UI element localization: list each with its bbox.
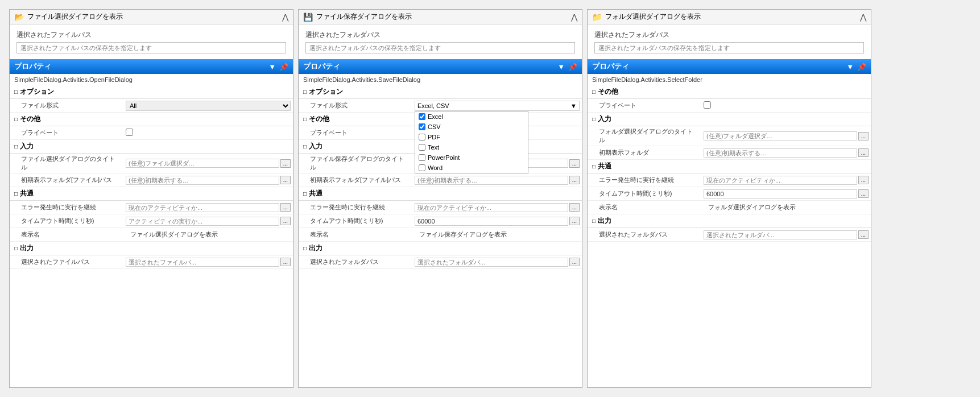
prop-label: フォルダ選択ダイアログのタイトル bbox=[588, 126, 701, 146]
prop-row: フォルダ選択ダイアログのタイトル... bbox=[588, 126, 871, 146]
path-input[interactable] bbox=[594, 42, 864, 53]
section-label: その他 bbox=[598, 87, 618, 97]
panel-header: 📁 フォルダ選択ダイアログを表示 ⋀ bbox=[588, 10, 871, 24]
ellipsis-button[interactable]: ... bbox=[858, 132, 869, 140]
section-expand-icon[interactable]: □ bbox=[592, 218, 596, 224]
ellipsis-button[interactable]: ... bbox=[858, 230, 869, 239]
format-checkbox[interactable] bbox=[419, 123, 425, 130]
ellipsis-button[interactable]: ... bbox=[569, 176, 580, 184]
pin-icon[interactable]: 📌 bbox=[279, 63, 288, 71]
pin-icon[interactable]: 📌 bbox=[568, 63, 577, 71]
ellipsis-button[interactable]: ... bbox=[280, 176, 291, 184]
path-input[interactable] bbox=[305, 42, 575, 53]
prop-text-input[interactable] bbox=[415, 176, 568, 185]
prop-text-input[interactable] bbox=[704, 148, 857, 158]
prop-text-input[interactable] bbox=[415, 258, 568, 267]
activity-panel: 📁 フォルダ選択ダイアログを表示 ⋀ 選択されたフォルダパス プロパティ ▼ 📌… bbox=[587, 9, 871, 388]
prop-text-input[interactable] bbox=[415, 203, 568, 212]
format-checkbox[interactable] bbox=[419, 144, 425, 151]
format-checkbox[interactable] bbox=[419, 134, 425, 140]
prop-value-cell: ファイル保存ダイアログを表示 bbox=[412, 228, 582, 241]
input-with-btn: ... bbox=[126, 217, 291, 226]
prop-row: エラー発生時に実行を継続... bbox=[10, 201, 293, 214]
section-expand-icon[interactable]: □ bbox=[303, 245, 307, 251]
dropdown-item[interactable]: Word bbox=[415, 163, 528, 173]
section-expand-icon[interactable]: □ bbox=[303, 116, 307, 122]
file-format-select[interactable]: AllExcelCSVPDFTextPowerPointWord bbox=[126, 101, 291, 111]
dropdown-item[interactable]: CSV bbox=[415, 122, 528, 132]
ellipsis-button[interactable]: ... bbox=[569, 217, 580, 225]
prop-number-input[interactable] bbox=[704, 189, 857, 198]
prop-text-input[interactable] bbox=[704, 131, 857, 140]
section-expand-icon[interactable]: □ bbox=[303, 191, 307, 197]
prop-text-input[interactable] bbox=[126, 217, 279, 226]
dropdown-icon[interactable]: ▼ bbox=[846, 63, 854, 71]
input-with-btn: ... bbox=[704, 230, 869, 239]
section-header-3: □ 出力 bbox=[588, 214, 871, 228]
section-header-0: □ オプション bbox=[299, 85, 582, 99]
ellipsis-button[interactable]: ... bbox=[280, 159, 291, 168]
section-expand-icon[interactable]: □ bbox=[14, 143, 18, 150]
private-checkbox[interactable] bbox=[704, 101, 711, 109]
prop-number-input[interactable] bbox=[415, 217, 568, 226]
dropdown-item[interactable]: Excel bbox=[415, 111, 528, 122]
section-expand-icon[interactable]: □ bbox=[303, 143, 307, 150]
ellipsis-button[interactable]: ... bbox=[858, 176, 869, 184]
ellipsis-button[interactable]: ... bbox=[280, 217, 291, 225]
dropdown-icon[interactable]: ▼ bbox=[557, 63, 565, 71]
collapse-icon[interactable]: ⋀ bbox=[282, 13, 288, 22]
prop-label: 初期表示フォルダ[ファイル]パス bbox=[299, 175, 412, 185]
section-expand-icon[interactable]: □ bbox=[592, 116, 596, 122]
ellipsis-button[interactable]: ... bbox=[569, 203, 580, 212]
section-expand-icon[interactable]: □ bbox=[303, 89, 307, 95]
section-expand-icon[interactable]: □ bbox=[14, 245, 18, 251]
section-expand-icon[interactable]: □ bbox=[14, 191, 18, 197]
section-expand-icon[interactable]: □ bbox=[14, 116, 18, 122]
ellipsis-button[interactable]: ... bbox=[280, 258, 291, 266]
ellipsis-button[interactable]: ... bbox=[569, 258, 580, 266]
ellipsis-button[interactable]: ... bbox=[280, 203, 291, 212]
ellipsis-button[interactable]: ... bbox=[858, 148, 869, 157]
format-label: Text bbox=[428, 144, 439, 151]
prop-row: プライベート bbox=[588, 99, 871, 113]
prop-text-input[interactable] bbox=[126, 176, 279, 185]
chevron-down-icon: ▼ bbox=[570, 102, 577, 109]
dropdown-item[interactable]: Text bbox=[415, 142, 528, 152]
prop-row: エラー発生時に実行を継続... bbox=[299, 201, 582, 214]
prop-value-cell: ... bbox=[701, 147, 871, 159]
prop-text-input[interactable] bbox=[126, 159, 279, 168]
dropdown-item[interactable]: PDF bbox=[415, 132, 528, 142]
input-with-btn: ... bbox=[126, 176, 291, 185]
panel-icon: 📁 bbox=[592, 13, 602, 22]
format-checkbox[interactable] bbox=[419, 113, 425, 120]
ellipsis-button[interactable]: ... bbox=[858, 189, 869, 198]
section-expand-icon[interactable]: □ bbox=[14, 89, 18, 95]
prop-label: 表示名 bbox=[10, 229, 123, 240]
dropdown-item[interactable]: PowerPoint bbox=[415, 152, 528, 163]
format-checkbox[interactable] bbox=[419, 154, 425, 161]
activity-class-name: SimpleFileDialog.Activities.OpenFileDial… bbox=[10, 74, 293, 85]
prop-text-input[interactable] bbox=[704, 230, 857, 239]
dropdown-icon[interactable]: ▼ bbox=[268, 63, 276, 71]
section-expand-icon[interactable]: □ bbox=[592, 89, 596, 95]
section-label: 出力 bbox=[598, 216, 611, 226]
section-expand-icon[interactable]: □ bbox=[592, 163, 596, 169]
prop-label: タイムアウト時間(ミリ秒) bbox=[588, 188, 701, 199]
prop-value-cell: ... bbox=[701, 130, 871, 142]
path-input[interactable] bbox=[16, 42, 286, 53]
prop-row: タイムアウト時間(ミリ秒)... bbox=[588, 187, 871, 201]
private-checkbox[interactable] bbox=[126, 129, 133, 136]
prop-text-input[interactable] bbox=[126, 203, 279, 212]
collapse-icon[interactable]: ⋀ bbox=[571, 13, 577, 22]
file-format-dropdown-btn[interactable]: Excel, CSV▼ bbox=[415, 101, 580, 111]
prop-value-cell: ... bbox=[412, 257, 582, 268]
collapse-icon[interactable]: ⋀ bbox=[860, 13, 866, 22]
input-with-btn: ... bbox=[126, 258, 291, 267]
props-header: プロパティ ▼ 📌 bbox=[10, 59, 293, 74]
prop-label: エラー発生時に実行を継続 bbox=[299, 202, 412, 213]
prop-text-input[interactable] bbox=[704, 176, 857, 185]
prop-text-input[interactable] bbox=[126, 258, 279, 267]
format-checkbox[interactable] bbox=[419, 164, 425, 171]
pin-icon[interactable]: 📌 bbox=[857, 63, 866, 71]
ellipsis-button[interactable]: ... bbox=[569, 159, 580, 168]
